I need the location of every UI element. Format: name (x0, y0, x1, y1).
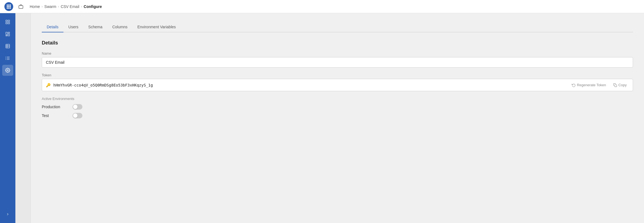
breadcrumb-csv-email[interactable]: CSV Email (61, 4, 79, 9)
tab-details[interactable]: Details (42, 22, 63, 32)
breadcrumb-sep-2: › (58, 5, 59, 9)
svg-rect-17 (6, 35, 7, 36)
sidebar-item-dashboard[interactable] (2, 29, 13, 40)
active-environments-group: Active Environments Production Test (42, 97, 633, 118)
svg-rect-15 (8, 32, 10, 33)
tab-env-vars[interactable]: Environment Variables (132, 22, 181, 32)
briefcase-icon[interactable] (16, 2, 26, 12)
section-title: Details (42, 40, 633, 46)
sidebar-item-list[interactable] (2, 53, 13, 64)
token-actions: Regenerate Token Copy (570, 82, 629, 88)
svg-point-28 (7, 70, 9, 71)
copy-button[interactable]: Copy (611, 82, 629, 88)
svg-point-0 (7, 4, 8, 6)
breadcrumb-current: Configure (84, 4, 102, 9)
tab-columns[interactable]: Columns (107, 22, 132, 32)
svg-rect-18 (6, 44, 10, 48)
breadcrumb-sep-3: › (81, 5, 82, 9)
sidebar-item-grid[interactable] (2, 16, 13, 27)
regenerate-token-button[interactable]: Regenerate Token (570, 82, 608, 88)
svg-rect-16 (8, 34, 10, 36)
svg-point-7 (8, 7, 10, 9)
svg-rect-29 (615, 85, 617, 87)
svg-rect-14 (6, 32, 7, 34)
tabs-bar: Details Users Schema Columns Environment… (42, 22, 633, 32)
svg-rect-11 (8, 20, 10, 21)
sidebar-item-table[interactable] (2, 41, 13, 52)
svg-point-6 (7, 7, 8, 9)
svg-rect-10 (6, 20, 7, 21)
env-row-production: Production (42, 104, 633, 110)
sidebar-expand-button[interactable] (2, 209, 13, 220)
svg-point-3 (7, 6, 8, 7)
svg-rect-9 (19, 5, 23, 9)
active-environments-label: Active Environments (42, 97, 633, 101)
key-icon: 🔑 (46, 83, 51, 87)
svg-point-1 (8, 4, 10, 6)
breadcrumb: Home › Swarm › CSV Email › Configure (30, 4, 102, 9)
name-label: Name (42, 51, 633, 55)
env-production-label: Production (42, 105, 69, 109)
env-test-toggle[interactable] (73, 113, 82, 118)
main-layout: Details Users Schema Columns Environment… (0, 13, 644, 223)
breadcrumb-swarm[interactable]: Swarm (44, 4, 56, 9)
token-value: hHmYhvGR-cco4qV_o5Q0RmDSg8Eo53bF3xHKqzyS… (53, 83, 570, 87)
copy-label: Copy (618, 83, 627, 87)
env-production-toggle[interactable] (73, 104, 82, 110)
regenerate-token-label: Regenerate Token (577, 83, 606, 87)
tab-users[interactable]: Users (63, 22, 84, 32)
logo[interactable] (4, 2, 13, 11)
sidebar (0, 13, 15, 223)
env-row-test: Test (42, 113, 633, 118)
svg-point-8 (10, 7, 11, 9)
tab-schema[interactable]: Schema (83, 22, 107, 32)
svg-point-5 (10, 6, 11, 7)
top-bar: Home › Swarm › CSV Email › Configure (0, 0, 644, 13)
token-row: 🔑 hHmYhvGR-cco4qV_o5Q0RmDSg8Eo53bF3xHKqz… (42, 79, 633, 91)
secondary-sidebar (15, 13, 31, 223)
svg-point-4 (8, 6, 10, 7)
token-label: Token (42, 73, 633, 77)
token-field-group: Token 🔑 hHmYhvGR-cco4qV_o5Q0RmDSg8Eo53bF… (42, 73, 633, 91)
sidebar-item-settings[interactable] (2, 65, 13, 76)
env-test-label: Test (42, 113, 69, 118)
svg-rect-13 (8, 23, 10, 24)
name-input[interactable] (42, 57, 633, 68)
svg-rect-12 (6, 23, 7, 24)
name-field-group: Name (42, 51, 633, 68)
breadcrumb-home[interactable]: Home (30, 4, 40, 9)
svg-point-2 (10, 4, 11, 6)
breadcrumb-sep-1: › (41, 5, 43, 9)
main-content: Details Users Schema Columns Environment… (31, 13, 644, 223)
